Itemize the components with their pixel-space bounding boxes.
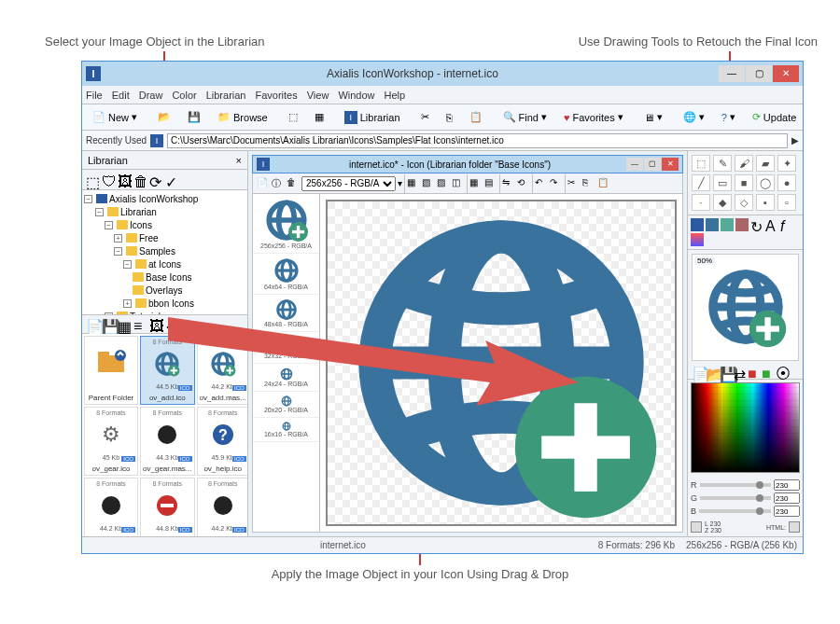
lib-refresh-icon[interactable]: ⟳ xyxy=(149,173,162,187)
slider-r[interactable] xyxy=(700,483,772,487)
sh-grad[interactable] xyxy=(691,233,704,246)
doc-flip-icon[interactable]: ⇋ xyxy=(502,177,515,190)
doc-grid2-icon[interactable]: ▤ xyxy=(484,177,497,190)
menu-edit[interactable]: Edit xyxy=(112,90,130,101)
minimize-button[interactable]: — xyxy=(719,65,745,82)
menu-color[interactable]: Color xyxy=(172,90,196,101)
doc-paste-icon[interactable]: 📋 xyxy=(597,177,610,190)
tool-dot[interactable]: · xyxy=(692,194,710,211)
close-button[interactable]: ✕ xyxy=(773,65,799,82)
value-r[interactable] xyxy=(774,479,800,491)
tree-node[interactable]: −Samples xyxy=(84,244,245,257)
menu-draw[interactable]: Draw xyxy=(139,90,163,101)
tool-ellipse[interactable]: ◯ xyxy=(756,174,775,191)
format-item[interactable]: 32x32 - RGB/A xyxy=(253,332,319,364)
titlebar[interactable]: I Axialis IconWorkshop - internet.ico — … xyxy=(82,62,803,86)
doc-t2-icon[interactable]: ▧ xyxy=(422,177,435,190)
thumb-item[interactable]: 8 Formats44.3 Kbov_gear.mas...ICO xyxy=(140,407,194,476)
color-palette[interactable] xyxy=(691,382,800,473)
tree-node[interactable]: +Free xyxy=(84,231,245,244)
format-selector[interactable]: 256x256 - RGB/A xyxy=(301,176,396,191)
format-item[interactable]: 256x256 - RGB/A xyxy=(253,194,319,254)
menu-help[interactable]: Help xyxy=(385,90,406,101)
tool-fill[interactable]: ▰ xyxy=(756,155,775,172)
save-button[interactable]: 💾 xyxy=(181,107,207,128)
tool-line[interactable]: ╱ xyxy=(692,174,710,191)
tool-wand[interactable]: ✦ xyxy=(777,155,796,172)
tool-a[interactable]: ⬚ xyxy=(282,107,304,128)
doc-t3-icon[interactable]: ▨ xyxy=(437,177,450,190)
cut-button[interactable]: ✂ xyxy=(414,107,436,128)
pal-open-icon[interactable]: 📂 xyxy=(706,366,717,377)
doc-t1-icon[interactable]: ▦ xyxy=(407,177,420,190)
lib-shield-icon[interactable]: 🛡 xyxy=(102,173,115,187)
doc-copy-icon[interactable]: ⎘ xyxy=(582,177,595,190)
paste-button[interactable]: 📋 xyxy=(463,107,489,128)
thumb-item[interactable]: Parent Folder xyxy=(84,336,138,405)
thumb-sort-icon[interactable]: ≡ xyxy=(133,318,147,331)
maximize-button[interactable]: ▢ xyxy=(746,65,772,82)
thumb-img-icon[interactable]: 🖼 xyxy=(149,318,162,331)
thumb-item[interactable]: 8 Formats44.2 Kbov_add.mas...ICO xyxy=(197,336,247,405)
doc-close-button[interactable]: ✕ xyxy=(662,158,679,171)
tool-rect-fill[interactable]: ■ xyxy=(735,174,753,191)
thumb-item[interactable]: 8 Formats44.2 Kbov_help.mas...ICO xyxy=(84,478,138,536)
format-item[interactable]: 64x64 - RGB/A xyxy=(253,254,319,295)
lib-image-icon[interactable]: 🖼 xyxy=(118,173,131,187)
document-titlebar[interactable]: I internet.ico* - Icon (Librarian folder… xyxy=(252,155,683,173)
format-item[interactable]: 24x24 - RGB/A xyxy=(253,364,319,392)
menu-view[interactable]: View xyxy=(307,90,329,101)
swatch-b[interactable] xyxy=(789,521,800,533)
sh-5[interactable]: ↻ xyxy=(750,218,763,231)
tool-brush[interactable]: 🖌 xyxy=(735,155,753,172)
tree-node[interactable]: Overlays xyxy=(84,284,245,297)
pal-g-icon[interactable]: ■ xyxy=(762,366,773,377)
thumb-view-icon[interactable]: ▦ xyxy=(118,318,131,331)
doc-redo-icon[interactable]: ↷ xyxy=(550,177,563,190)
lib-trash-icon[interactable]: 🗑 xyxy=(133,173,147,187)
slider-g[interactable] xyxy=(700,496,771,500)
canvas[interactable] xyxy=(326,200,677,526)
sh-3[interactable] xyxy=(721,218,734,231)
menu-librarian[interactable]: Librarian xyxy=(206,90,246,101)
sh-text[interactable]: A xyxy=(765,218,778,231)
lib-check-icon[interactable]: ✓ xyxy=(165,173,178,187)
tool-rect[interactable]: ▭ xyxy=(713,174,732,191)
swatch-a[interactable] xyxy=(691,521,702,533)
menu-window[interactable]: Window xyxy=(338,90,374,101)
thumb-save-icon[interactable]: 💾 xyxy=(102,318,115,331)
path-go-icon[interactable]: ▶ xyxy=(791,135,799,146)
new-button[interactable]: 📄New▾ xyxy=(86,107,144,128)
doc-grid-icon[interactable]: ▦ xyxy=(469,177,483,190)
help-button[interactable]: ?▾ xyxy=(715,107,742,128)
thumb-item[interactable]: 8 Formats44.8 Kbov_remove.icoICO xyxy=(140,478,194,536)
update-button[interactable]: ⟳Update xyxy=(746,107,803,128)
doc-i-icon[interactable]: ⓘ xyxy=(272,177,285,190)
tool-diamond2[interactable]: ◇ xyxy=(735,194,753,211)
menu-file[interactable]: File xyxy=(86,90,103,101)
thumb-new-icon[interactable]: 📄 xyxy=(86,318,99,331)
tree-node[interactable]: −Librarian xyxy=(84,205,245,218)
doc-maximize-button[interactable]: ▢ xyxy=(644,158,661,171)
tool-diamond[interactable]: ◆ xyxy=(713,194,732,211)
favorites-button[interactable]: ♥Favorites▾ xyxy=(557,107,630,128)
doc-del-icon[interactable]: 🗑 xyxy=(287,177,300,190)
librarian-tree[interactable]: −Axialis IconWorkshop −Librarian−Icons+F… xyxy=(82,190,247,315)
tree-node[interactable]: +bbon Icons xyxy=(84,297,245,310)
pal-r-icon[interactable]: ■ xyxy=(748,366,759,377)
display-button[interactable]: 🖥▾ xyxy=(637,107,669,128)
pal-picker-icon[interactable]: ⦿ xyxy=(776,366,787,377)
sh-2[interactable] xyxy=(706,218,719,231)
tree-node[interactable]: −at Icons xyxy=(84,257,245,270)
pal-save-icon[interactable]: 💾 xyxy=(720,366,731,377)
format-item[interactable]: 48x48 - RGB/A xyxy=(253,295,319,332)
menu-favorites[interactable]: Favorites xyxy=(255,90,297,101)
thumb-item[interactable]: 8 Formats?45.9 Kbov_help.icoICO xyxy=(197,407,247,476)
thumb-item[interactable]: 8 Formats44.2 Kbov_remove...ICO xyxy=(197,478,247,536)
path-input[interactable] xyxy=(167,133,788,148)
pal-swap-icon[interactable]: ⇄ xyxy=(734,366,745,377)
tool-pencil[interactable]: ✎ xyxy=(713,155,732,172)
format-item[interactable]: 20x20 - RGB/A xyxy=(253,392,319,418)
browse-button[interactable]: 📁Browse xyxy=(211,107,274,128)
doc-new-icon[interactable]: 📄 xyxy=(257,177,270,190)
